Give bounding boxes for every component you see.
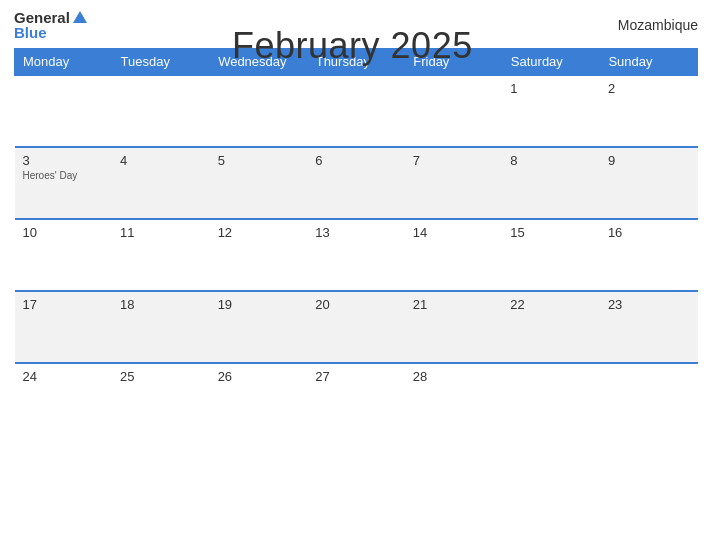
calendar-day-cell: 27 bbox=[307, 363, 405, 435]
calendar-day-cell: 14 bbox=[405, 219, 503, 291]
day-number: 19 bbox=[218, 297, 300, 312]
holiday-label: Heroes' Day bbox=[23, 170, 105, 181]
day-number: 27 bbox=[315, 369, 397, 384]
day-number: 8 bbox=[510, 153, 592, 168]
logo-blue-text: Blue bbox=[14, 25, 47, 40]
day-number: 22 bbox=[510, 297, 592, 312]
calendar-week-row: 10111213141516 bbox=[15, 219, 698, 291]
day-number: 4 bbox=[120, 153, 202, 168]
day-number: 10 bbox=[23, 225, 105, 240]
calendar-day-cell: 3Heroes' Day bbox=[15, 147, 113, 219]
calendar-day-cell: 9 bbox=[600, 147, 698, 219]
calendar-day-cell bbox=[15, 75, 113, 147]
day-number: 25 bbox=[120, 369, 202, 384]
day-number: 24 bbox=[23, 369, 105, 384]
day-number: 6 bbox=[315, 153, 397, 168]
day-number: 23 bbox=[608, 297, 690, 312]
calendar-week-row: 2425262728 bbox=[15, 363, 698, 435]
calendar-day-cell: 2 bbox=[600, 75, 698, 147]
calendar-day-cell bbox=[210, 75, 308, 147]
country-label: Mozambique bbox=[618, 17, 698, 33]
day-number: 15 bbox=[510, 225, 592, 240]
calendar-day-cell: 23 bbox=[600, 291, 698, 363]
calendar-grid: Monday Tuesday Wednesday Thursday Friday… bbox=[14, 48, 698, 435]
calendar-day-cell: 15 bbox=[502, 219, 600, 291]
calendar-day-cell: 17 bbox=[15, 291, 113, 363]
col-monday: Monday bbox=[15, 49, 113, 76]
day-number: 26 bbox=[218, 369, 300, 384]
day-number: 18 bbox=[120, 297, 202, 312]
logo-general-text: General bbox=[14, 10, 70, 25]
day-number: 2 bbox=[608, 81, 690, 96]
calendar-container: General Blue February 2025 Mozambique Mo… bbox=[0, 0, 712, 550]
calendar-day-cell: 13 bbox=[307, 219, 405, 291]
day-number: 7 bbox=[413, 153, 495, 168]
calendar-day-cell: 20 bbox=[307, 291, 405, 363]
calendar-day-cell: 21 bbox=[405, 291, 503, 363]
calendar-day-cell: 10 bbox=[15, 219, 113, 291]
calendar-day-cell bbox=[600, 363, 698, 435]
day-number: 9 bbox=[608, 153, 690, 168]
calendar-week-row: 3Heroes' Day456789 bbox=[15, 147, 698, 219]
day-number: 21 bbox=[413, 297, 495, 312]
calendar-day-cell: 22 bbox=[502, 291, 600, 363]
day-number: 11 bbox=[120, 225, 202, 240]
calendar-day-cell: 6 bbox=[307, 147, 405, 219]
logo-triangle-icon bbox=[73, 11, 87, 23]
header: General Blue February 2025 Mozambique bbox=[14, 10, 698, 40]
calendar-day-cell: 28 bbox=[405, 363, 503, 435]
calendar-title: February 2025 bbox=[232, 25, 473, 67]
calendar-day-cell bbox=[307, 75, 405, 147]
calendar-day-cell: 19 bbox=[210, 291, 308, 363]
calendar-day-cell: 7 bbox=[405, 147, 503, 219]
calendar-day-cell bbox=[405, 75, 503, 147]
calendar-day-cell: 12 bbox=[210, 219, 308, 291]
col-saturday: Saturday bbox=[502, 49, 600, 76]
calendar-day-cell: 18 bbox=[112, 291, 210, 363]
day-number: 14 bbox=[413, 225, 495, 240]
day-number: 5 bbox=[218, 153, 300, 168]
day-number: 28 bbox=[413, 369, 495, 384]
calendar-day-cell: 24 bbox=[15, 363, 113, 435]
day-number: 3 bbox=[23, 153, 105, 168]
calendar-week-row: 12 bbox=[15, 75, 698, 147]
calendar-day-cell: 26 bbox=[210, 363, 308, 435]
calendar-day-cell bbox=[502, 363, 600, 435]
calendar-day-cell: 11 bbox=[112, 219, 210, 291]
calendar-day-cell: 25 bbox=[112, 363, 210, 435]
calendar-day-cell: 5 bbox=[210, 147, 308, 219]
day-number: 1 bbox=[510, 81, 592, 96]
calendar-week-row: 17181920212223 bbox=[15, 291, 698, 363]
day-number: 17 bbox=[23, 297, 105, 312]
calendar-day-cell: 8 bbox=[502, 147, 600, 219]
col-tuesday: Tuesday bbox=[112, 49, 210, 76]
day-number: 13 bbox=[315, 225, 397, 240]
day-number: 12 bbox=[218, 225, 300, 240]
day-number: 16 bbox=[608, 225, 690, 240]
day-number: 20 bbox=[315, 297, 397, 312]
logo: General Blue bbox=[14, 10, 87, 40]
calendar-day-cell bbox=[112, 75, 210, 147]
col-sunday: Sunday bbox=[600, 49, 698, 76]
calendar-day-cell: 4 bbox=[112, 147, 210, 219]
calendar-day-cell: 1 bbox=[502, 75, 600, 147]
calendar-day-cell: 16 bbox=[600, 219, 698, 291]
